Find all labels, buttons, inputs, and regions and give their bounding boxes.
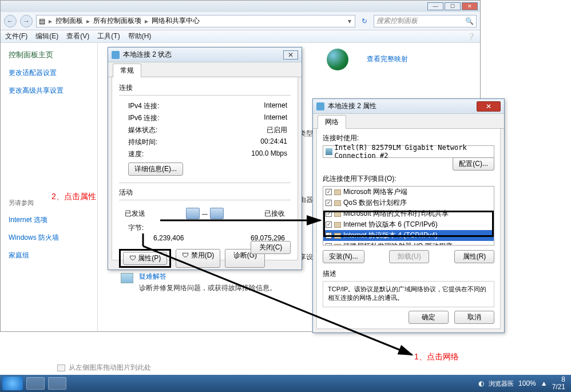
ok-button[interactable]: 确定 xyxy=(409,311,449,324)
sidebar-link-homegroup[interactable]: 家庭组 xyxy=(9,251,89,260)
tray-icon[interactable]: ▲ xyxy=(541,379,548,387)
menu-file[interactable]: 文件(F) xyxy=(5,31,27,41)
details-button[interactable]: 详细信息(E)... xyxy=(128,163,183,176)
checkbox-icon[interactable]: ✓ xyxy=(326,243,332,246)
chevron-right-icon: ▸ xyxy=(47,17,53,25)
menu-help[interactable]: 帮助(H) xyxy=(128,31,152,41)
close-icon[interactable]: ✕ xyxy=(283,50,298,60)
list-item-ipv6[interactable]: ✓Internet 协议版本 6 (TCP/IPv6) xyxy=(323,219,494,230)
taskbar-item[interactable] xyxy=(26,377,45,390)
taskbar[interactable]: ◐ 浏览器医 100% ▲ 87/21 xyxy=(0,375,571,392)
refresh-icon[interactable]: ↻ xyxy=(359,17,370,25)
protocol-icon xyxy=(334,233,341,239)
list-item[interactable]: ✓链路层拓扑发现映射器 I/O 驱动程序 xyxy=(323,241,494,246)
uses-items-label: 此连接使用下列项目(O): xyxy=(323,174,494,184)
activity-icon: — xyxy=(182,205,228,222)
recv-label: 已接收 xyxy=(264,209,285,219)
sent-label: 已发送 xyxy=(125,209,145,219)
breadcrumb-seg[interactable]: 所有控制面板项 xyxy=(93,16,141,26)
explorer-titlebar: — ☐ ✕ xyxy=(1,1,480,12)
search-input[interactable]: 搜索控制面板 🔍 xyxy=(374,15,477,27)
connection-status-dialog: 本地连接 2 状态 ✕ 常规 连接 IPv4 连接:Internet IPv6 … xyxy=(108,47,302,270)
breadcrumb-seg[interactable]: 网络和共享中心 xyxy=(152,16,200,26)
status-dialog-title: 本地连接 2 状态 xyxy=(123,50,280,60)
ipv6-label: IPv6 连接: xyxy=(128,113,160,123)
item-properties-button[interactable]: 属性(R) xyxy=(454,250,494,263)
sidebar-link-firewall[interactable]: Windows 防火墙 xyxy=(9,233,89,243)
protocol-icon xyxy=(334,200,341,206)
media-value: 已启用 xyxy=(267,125,287,135)
duration-label: 持续时间: xyxy=(128,137,157,147)
footer-hint: 从左侧图库拖动图片到此处 xyxy=(57,363,151,373)
close-button[interactable]: 关闭(C) xyxy=(251,241,291,254)
checkbox-icon[interactable]: ✓ xyxy=(326,189,332,195)
menu-edit[interactable]: 编辑(E) xyxy=(35,31,58,41)
checkbox-icon[interactable]: ✓ xyxy=(326,200,332,206)
troubleshoot-icon xyxy=(121,273,133,283)
description-text: TCP/IP。该协议是默认的广域网络协议，它提供在不同的相互连接的网络上的通讯。 xyxy=(323,281,494,307)
section-activity: 活动 xyxy=(119,188,291,197)
maximize-button[interactable]: ☐ xyxy=(445,2,461,10)
sidebar-link-adapter[interactable]: 更改适配器设置 xyxy=(9,68,89,78)
globe-icon xyxy=(327,49,348,70)
section-connection: 连接 xyxy=(119,83,291,93)
annotation-step2: 2、点击属性 xyxy=(51,192,96,202)
start-button[interactable] xyxy=(2,377,23,390)
back-button[interactable]: ← xyxy=(4,15,17,27)
tab-network[interactable]: 网络 xyxy=(318,115,346,129)
disable-button[interactable]: 🛡 禁用(D) xyxy=(176,249,220,268)
sidebar-link-inet[interactable]: Internet 选项 xyxy=(9,215,89,225)
bytes-label: 字节: xyxy=(128,223,144,233)
speed-value: 100.0 Mbps xyxy=(251,149,287,159)
tray-icon[interactable]: ◐ xyxy=(478,379,484,387)
chevron-down-icon[interactable]: ▾ xyxy=(347,17,352,25)
prop-dialog-title: 本地连接 2 属性 xyxy=(328,101,473,111)
troubleshoot-desc: 诊断并修复网络问题，或获得故障排除信息。 xyxy=(139,283,276,293)
prop-panel: 连接时使用: Intel(R) 82579LM Gigabit Network … xyxy=(316,129,501,329)
list-item[interactable]: ✓Microsoft 网络的文件和打印机共享 xyxy=(323,208,494,219)
chevron-right-icon: ▸ xyxy=(144,17,149,25)
configure-button[interactable]: 配置(C)... xyxy=(453,157,494,171)
adapter-icon xyxy=(326,148,332,155)
cancel-button[interactable]: 取消 xyxy=(454,311,494,324)
annotation-step1: 1、点击网络 xyxy=(414,352,459,362)
list-item[interactable]: ✓Microsoft 网络客户端 xyxy=(323,187,494,197)
troubleshoot-link[interactable]: 疑难解答 xyxy=(139,272,276,282)
checkbox-icon[interactable]: ✓ xyxy=(326,221,332,228)
duration-value: 00:24:41 xyxy=(260,137,287,147)
sidebar-title: 控制面板主页 xyxy=(9,50,89,60)
list-item[interactable]: ✓QoS 数据包计划程序 xyxy=(323,197,494,208)
breadcrumb-seg[interactable]: 控制面板 xyxy=(55,16,83,26)
forward-button[interactable]: → xyxy=(20,15,33,27)
tray-label: 浏览器医 xyxy=(489,379,514,388)
menu-tools[interactable]: 工具(T) xyxy=(97,31,120,41)
nav-bar: ← → ▤ ▸ 控制面板 ▸ 所有控制面板项 ▸ 网络和共享中心 ▾ ↻ 搜索控… xyxy=(1,12,480,30)
checkbox-icon[interactable]: ✓ xyxy=(326,211,332,217)
status-panel: 连接 IPv4 连接:Internet IPv6 连接:Internet 媒体状… xyxy=(112,77,298,260)
minimize-button[interactable]: — xyxy=(427,2,443,10)
description-label: 描述 xyxy=(323,269,494,279)
close-button[interactable]: ✕ xyxy=(462,2,478,10)
menu-view[interactable]: 查看(V) xyxy=(66,31,89,41)
help-icon[interactable]: ❔ xyxy=(467,33,475,41)
view-full-map-link[interactable]: 查看完整映射 xyxy=(367,54,408,64)
connection-icon xyxy=(112,51,120,59)
protocol-list[interactable]: ✓Microsoft 网络客户端 ✓QoS 数据包计划程序 ✓Microsoft… xyxy=(323,186,494,246)
protocol-icon xyxy=(334,211,341,217)
sidebar-link-advanced[interactable]: 更改高级共享设置 xyxy=(9,86,89,96)
breadcrumb[interactable]: ▤ ▸ 控制面板 ▸ 所有控制面板项 ▸ 网络和共享中心 ▾ xyxy=(36,15,355,27)
chevron-right-icon: ▸ xyxy=(85,17,91,25)
install-button[interactable]: 安装(N)... xyxy=(323,250,364,263)
close-button[interactable]: ✕ xyxy=(477,101,501,112)
uninstall-button: 卸载(U) xyxy=(389,250,429,263)
properties-button[interactable]: 🛡 属性(P) xyxy=(123,252,167,265)
gallery-icon xyxy=(57,365,65,371)
taskbar-item[interactable] xyxy=(48,377,66,390)
connection-properties-dialog: 本地连接 2 属性 ✕ 网络 连接时使用: Intel(R) 82579LM G… xyxy=(312,98,505,333)
tab-general[interactable]: 常规 xyxy=(113,64,141,77)
system-tray[interactable]: ◐ 浏览器医 100% ▲ 87/21 xyxy=(478,376,569,391)
checkbox-icon[interactable]: ✓ xyxy=(326,232,332,239)
list-item-ipv4[interactable]: ✓Internet 协议版本 4 (TCP/IPv4) xyxy=(323,230,494,241)
clock[interactable]: 87/21 xyxy=(552,376,565,391)
menu-bar: 文件(F) 编辑(E) 查看(V) 工具(T) 帮助(H) ❔ xyxy=(1,30,480,43)
